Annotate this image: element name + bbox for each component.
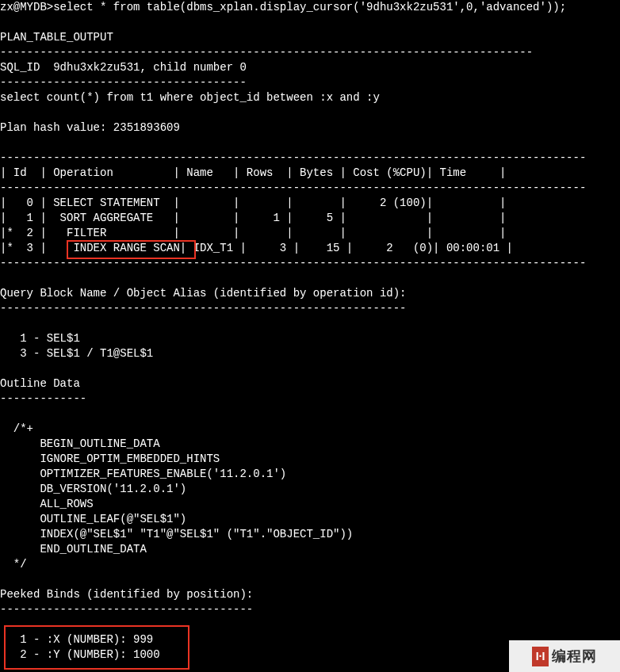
sql-text-line: select count(*) from t1 where object_id …: [0, 91, 380, 104]
outline-hint-line: DB_VERSION('11.2.0.1'): [0, 483, 186, 495]
table-border: ----------------------------------------…: [0, 257, 586, 269]
bind-var-1: 1 - :X (NUMBER): 999: [0, 633, 153, 646]
outline-hint-line: IGNORE_OPTIM_EMBEDDED_HINTS: [0, 452, 220, 465]
bind-var-2: 2 - :Y (NUMBER): 1000: [0, 648, 160, 661]
watermark-badge: I·I: [532, 647, 549, 666]
outline-hint-line: INDEX(@"SEL$1" "T1"@"SEL$1" ("T1"."OBJEC…: [0, 528, 353, 540]
table-header-row: | Id | Operation | Name | Rows | Bytes |…: [0, 166, 507, 179]
query-block-title: Query Block Name / Object Alias (identif…: [0, 287, 406, 300]
watermark-text: 编程网: [552, 649, 597, 664]
dash-line: -------------------------------------: [0, 76, 247, 89]
query-block-item: 1 - SEL$1: [0, 332, 80, 345]
plan-row-1: | 1 | SORT AGGREGATE | | 1 | 5 | | |: [0, 212, 507, 224]
dash-line: ----------------------------------------…: [0, 302, 406, 315]
outline-hint-line: OUTLINE_LEAF(@"SEL$1"): [0, 513, 186, 525]
plan-hash-line: Plan hash value: 2351893609: [0, 121, 180, 134]
sql-prompt-line: zx@MYDB>select * from table(dbms_xplan.d…: [0, 1, 566, 13]
sql-id-line: SQL_ID 9dhu3xk2zu531, child number 0: [0, 61, 247, 74]
plan-table-output-header: PLAN_TABLE_OUTPUT: [0, 31, 113, 44]
dash-line: ----------------------------------------…: [0, 46, 533, 59]
outline-hint-open: /*+: [0, 422, 33, 435]
peeked-binds-title: Peeked Binds (identified by position):: [0, 588, 253, 601]
outline-hint-line: END_OUTLINE_DATA: [0, 543, 147, 556]
plan-row-3: |* 3 | INDEX RANGE SCAN| IDX_T1 | 3 | 15…: [0, 242, 513, 254]
outline-hint-line: ALL_ROWS: [0, 498, 94, 510]
plan-row-2: |* 2 | FILTER | | | | | |: [0, 227, 507, 239]
table-border: ----------------------------------------…: [0, 181, 586, 194]
outline-hint-close: */: [0, 558, 27, 571]
outline-hint-line: OPTIMIZER_FEATURES_ENABLE('11.2.0.1'): [0, 468, 286, 480]
dash-line: -------------: [0, 392, 86, 405]
outline-hint-line: BEGIN_OUTLINE_DATA: [0, 437, 160, 450]
plan-row-0: | 0 | SELECT STATEMENT | | | | 2 (100)| …: [0, 197, 507, 209]
watermark: I·I 编程网: [509, 640, 620, 672]
dash-line: --------------------------------------: [0, 603, 253, 616]
outline-data-title: Outline Data: [0, 377, 80, 390]
table-border: ----------------------------------------…: [0, 151, 586, 164]
terminal-output[interactable]: zx@MYDB>select * from table(dbms_xplan.d…: [0, 0, 620, 662]
query-block-item: 3 - SEL$1 / T1@SEL$1: [0, 347, 153, 360]
